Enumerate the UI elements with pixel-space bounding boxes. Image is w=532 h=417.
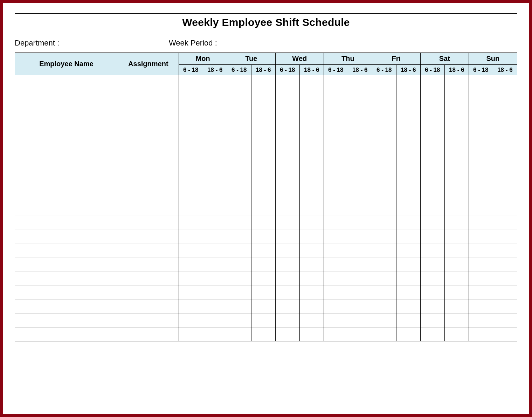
cell-shift[interactable] — [396, 299, 420, 313]
cell-employee[interactable] — [15, 89, 118, 103]
cell-shift[interactable] — [348, 159, 372, 173]
cell-shift[interactable] — [372, 229, 396, 243]
cell-shift[interactable] — [493, 145, 517, 159]
cell-shift[interactable] — [396, 257, 420, 271]
cell-shift[interactable] — [444, 117, 469, 131]
cell-shift[interactable] — [493, 285, 517, 299]
cell-shift[interactable] — [251, 173, 275, 187]
cell-shift[interactable] — [420, 131, 444, 145]
cell-shift[interactable] — [251, 215, 275, 229]
cell-shift[interactable] — [444, 243, 469, 257]
cell-shift[interactable] — [493, 327, 517, 341]
cell-shift[interactable] — [396, 313, 420, 327]
cell-shift[interactable] — [348, 75, 372, 89]
cell-shift[interactable] — [299, 313, 324, 327]
cell-assignment[interactable] — [118, 145, 179, 159]
cell-shift[interactable] — [251, 131, 275, 145]
cell-shift[interactable] — [227, 131, 251, 145]
cell-shift[interactable] — [227, 89, 251, 103]
cell-shift[interactable] — [179, 313, 203, 327]
cell-shift[interactable] — [396, 173, 420, 187]
cell-employee[interactable] — [15, 103, 118, 117]
cell-shift[interactable] — [324, 313, 348, 327]
cell-employee[interactable] — [15, 159, 118, 173]
cell-shift[interactable] — [324, 145, 348, 159]
cell-shift[interactable] — [469, 117, 493, 131]
cell-shift[interactable] — [444, 313, 469, 327]
cell-shift[interactable] — [275, 313, 299, 327]
cell-assignment[interactable] — [118, 173, 179, 187]
cell-shift[interactable] — [203, 131, 227, 145]
cell-employee[interactable] — [15, 187, 118, 201]
cell-shift[interactable] — [493, 131, 517, 145]
cell-shift[interactable] — [348, 313, 372, 327]
cell-shift[interactable] — [444, 103, 469, 117]
cell-shift[interactable] — [275, 215, 299, 229]
cell-shift[interactable] — [469, 299, 493, 313]
cell-shift[interactable] — [372, 243, 396, 257]
cell-shift[interactable] — [420, 299, 444, 313]
cell-shift[interactable] — [469, 215, 493, 229]
cell-shift[interactable] — [227, 187, 251, 201]
cell-shift[interactable] — [420, 89, 444, 103]
cell-shift[interactable] — [348, 173, 372, 187]
cell-shift[interactable] — [251, 243, 275, 257]
cell-shift[interactable] — [324, 229, 348, 243]
cell-assignment[interactable] — [118, 75, 179, 89]
cell-shift[interactable] — [469, 187, 493, 201]
cell-employee[interactable] — [15, 145, 118, 159]
cell-shift[interactable] — [275, 271, 299, 285]
cell-shift[interactable] — [299, 229, 324, 243]
cell-shift[interactable] — [227, 229, 251, 243]
cell-assignment[interactable] — [118, 299, 179, 313]
cell-employee[interactable] — [15, 215, 118, 229]
cell-assignment[interactable] — [118, 229, 179, 243]
cell-shift[interactable] — [396, 117, 420, 131]
cell-assignment[interactable] — [118, 201, 179, 215]
cell-shift[interactable] — [372, 313, 396, 327]
cell-shift[interactable] — [469, 271, 493, 285]
cell-shift[interactable] — [299, 159, 324, 173]
cell-shift[interactable] — [324, 187, 348, 201]
cell-shift[interactable] — [275, 173, 299, 187]
cell-assignment[interactable] — [118, 103, 179, 117]
cell-shift[interactable] — [275, 257, 299, 271]
cell-employee[interactable] — [15, 299, 118, 313]
cell-shift[interactable] — [372, 131, 396, 145]
cell-shift[interactable] — [324, 285, 348, 299]
cell-shift[interactable] — [299, 145, 324, 159]
cell-shift[interactable] — [203, 299, 227, 313]
cell-shift[interactable] — [299, 75, 324, 89]
cell-shift[interactable] — [179, 215, 203, 229]
cell-shift[interactable] — [493, 215, 517, 229]
cell-shift[interactable] — [420, 271, 444, 285]
cell-shift[interactable] — [203, 173, 227, 187]
cell-shift[interactable] — [420, 75, 444, 89]
cell-shift[interactable] — [469, 75, 493, 89]
cell-shift[interactable] — [275, 103, 299, 117]
cell-shift[interactable] — [179, 173, 203, 187]
cell-shift[interactable] — [348, 257, 372, 271]
cell-shift[interactable] — [372, 145, 396, 159]
cell-shift[interactable] — [251, 187, 275, 201]
cell-employee[interactable] — [15, 131, 118, 145]
cell-shift[interactable] — [420, 285, 444, 299]
cell-shift[interactable] — [348, 327, 372, 341]
cell-assignment[interactable] — [118, 117, 179, 131]
cell-shift[interactable] — [179, 117, 203, 131]
cell-shift[interactable] — [299, 299, 324, 313]
cell-shift[interactable] — [275, 145, 299, 159]
cell-shift[interactable] — [420, 215, 444, 229]
cell-shift[interactable] — [396, 89, 420, 103]
cell-shift[interactable] — [469, 201, 493, 215]
cell-assignment[interactable] — [118, 187, 179, 201]
cell-shift[interactable] — [275, 89, 299, 103]
cell-shift[interactable] — [444, 89, 469, 103]
cell-shift[interactable] — [348, 271, 372, 285]
cell-shift[interactable] — [469, 159, 493, 173]
cell-shift[interactable] — [251, 271, 275, 285]
cell-shift[interactable] — [444, 201, 469, 215]
cell-shift[interactable] — [420, 117, 444, 131]
cell-shift[interactable] — [348, 229, 372, 243]
cell-shift[interactable] — [324, 327, 348, 341]
